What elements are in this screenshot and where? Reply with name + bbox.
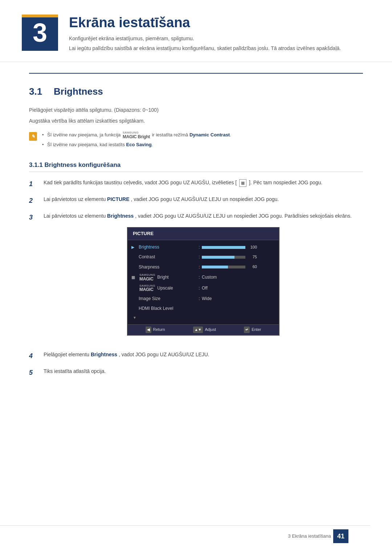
subsection-311-heading: 3.1.1 Brightness konfigurēšana — [29, 160, 363, 172]
chapter-title: Ekrāna iestatīšana — [69, 15, 370, 31]
note-icon: ✎ — [29, 132, 37, 141]
osd-row-sharpness: Sharpness : 60 — [128, 262, 279, 272]
osd-row-contrast: Contrast : 75 — [128, 252, 279, 262]
osd-fill-contrast — [202, 256, 234, 259]
note-item-1: Šī izvēlne nav pieejama, ja funkcija SAM… — [42, 131, 231, 139]
osd-row-magic-bright: ▦ SAMSUNG MAGIC Bright : — [128, 272, 279, 283]
osd-selector-magic-bright: ▦ — [131, 274, 135, 281]
section-31-title: Brightness — [54, 85, 103, 99]
section-heading-31: 3.1 Brightness — [29, 85, 363, 99]
section-31-desc1: Pielāgojiet vispārējo attēla spilgtumu. … — [29, 106, 363, 114]
step-4-number: 4 — [29, 351, 40, 361]
osd-return-label: Return — [153, 327, 165, 333]
osd-label-hdmi-black: HDMI Black Level — [139, 305, 197, 312]
step-4: 4 Pielāgojiet elementu Brightness , vado… — [29, 350, 363, 361]
osd-label-magic-bright: SAMSUNG MAGIC Bright — [139, 274, 197, 282]
eco-saving-link: Eco Saving — [126, 142, 152, 147]
osd-value-sharpness: 60 — [202, 264, 274, 270]
osd-bar-brightness: 100 — [202, 244, 257, 251]
osd-content: ▶ Brightness : 100 — [128, 240, 279, 324]
osd-num-brightness: 100 — [248, 244, 257, 251]
osd-footer-return: ◀ Return — [146, 327, 165, 333]
section-divider — [29, 73, 363, 74]
samsung-magic-bright-icon: SAMSUNG MAGIC Bright — [123, 131, 150, 139]
osd-row-hdmi-black: HDMI Black Level — [128, 304, 279, 313]
osd-value-contrast: 75 — [202, 254, 274, 260]
chapter-title-block: Ekrāna iestatīšana Konfigurējiet ekrāna … — [69, 15, 370, 54]
footer-page-number: 41 — [333, 529, 348, 543]
step-4-text: Pielāgojiet elementu Brightness , vadot … — [44, 350, 363, 358]
osd-label-contrast: Contrast — [139, 254, 197, 260]
step-3: 3 Lai pārvietotos uz elementu Brightness… — [29, 212, 363, 345]
osd-footer-adjust: ▲▼ Adjust — [193, 327, 216, 333]
osd-value-brightness: 100 — [202, 244, 274, 251]
osd-bar-sharpness: 60 — [202, 264, 257, 270]
osd-enter-label: Enter — [252, 327, 261, 333]
osd-label-image-size: Image Size — [139, 295, 197, 302]
dynamic-contrast-link: Dynamic Contrast — [189, 132, 230, 138]
osd-value-magic-bright: Custom — [202, 274, 274, 281]
footer-chapter-text: 3 Ekrāna iestatīšana — [288, 533, 331, 540]
osd-row-magic-upscale: SAMSUNG MAGIC Upscale : Off — [128, 283, 279, 294]
footer-right: 3 Ekrāna iestatīšana 41 — [288, 529, 348, 543]
step-2: 2 Lai pārvietotos uz elementu PICTURE , … — [29, 195, 363, 206]
osd-label-sharpness: Sharpness — [139, 264, 197, 271]
osd-label-brightness: Brightness — [139, 244, 197, 251]
osd-value-magic-upscale: Off — [202, 285, 274, 292]
osd-value-image-size: Wide — [202, 295, 274, 302]
osd-footer-enter: ↵ Enter — [244, 327, 261, 333]
samsung-magic-upscale-osd: SAMSUNG MAGIC — [139, 284, 155, 292]
main-content: 3.1 Brightness Pielāgojiet vispārējo att… — [0, 73, 392, 378]
osd-screen: PICTURE ▶ Brightness : — [127, 227, 279, 336]
step-3-number: 3 — [29, 212, 40, 223]
section-31-number: 3.1 — [29, 85, 47, 99]
osd-bar-sharpness-track — [202, 266, 245, 268]
chapter-number: 3 — [33, 13, 47, 52]
osd-num-contrast: 75 — [248, 254, 257, 260]
brightness-bold-3: Brightness — [107, 213, 134, 219]
note-block: ✎ Šī izvēlne nav pieejama, ja funkcija S… — [29, 131, 363, 150]
steps-list: 1 Kad tiek parādīts funkcijas taustiņu c… — [29, 178, 363, 378]
note-items: Šī izvēlne nav pieejama, ja funkcija SAM… — [42, 131, 231, 150]
section-31-desc2: Augstāka vērtība liks attēlam izskatītie… — [29, 117, 363, 125]
step-5: 5 Tiks iestatīta atlasītā opcija. — [29, 367, 363, 378]
osd-header: PICTURE — [128, 228, 279, 240]
step-3-text: Lai pārvietotos uz elementu Brightness ,… — [44, 212, 363, 345]
chapter-header: 3 Ekrāna iestatīšana Konfigurējiet ekrān… — [0, 0, 392, 62]
osd-return-btn: ◀ — [146, 327, 151, 333]
osd-row-arrow: ▼ — [128, 313, 279, 322]
osd-adjust-btn: ▲▼ — [193, 327, 203, 333]
osd-bar-brightness-track — [202, 246, 245, 249]
step-1-number: 1 — [29, 179, 40, 189]
osd-bar-contrast: 75 — [202, 254, 257, 260]
step-2-text: Lai pārvietotos uz elementu PICTURE , va… — [44, 195, 363, 203]
brightness-bold-4: Brightness — [91, 352, 117, 357]
chapter-number-block: 3 — [22, 15, 58, 51]
subsection-311-title: 3.1.1 Brightness konfigurēšana — [29, 161, 121, 168]
note-item-2: Šī izvēlne nav pieejama, kad iestatīts E… — [42, 141, 231, 148]
jog-icon: ▦ — [239, 179, 246, 187]
osd-row-brightness: ▶ Brightness : 100 — [128, 242, 279, 252]
chapter-desc-1: Konfigurējiet ekrāna iestatījumus, piemē… — [69, 35, 370, 42]
osd-container: PICTURE ▶ Brightness : — [44, 227, 363, 336]
osd-enter-btn: ↵ — [244, 327, 250, 333]
osd-bar-contrast-track — [202, 256, 245, 259]
step-1-text: Kad tiek parādīts funkcijas taustiņu ceļ… — [44, 178, 363, 187]
samsung-magic-bright-osd: SAMSUNG MAGIC — [139, 274, 155, 282]
picture-bold: PICTURE — [107, 196, 129, 202]
osd-selector-brightness: ▶ — [131, 244, 134, 251]
step-5-number: 5 — [29, 368, 40, 378]
osd-fill-sharpness — [202, 266, 228, 268]
page-container: 3 Ekrāna iestatīšana Konfigurējiet ekrān… — [0, 0, 392, 554]
page-footer: 3 Ekrāna iestatīšana 41 — [0, 525, 370, 547]
step-2-number: 2 — [29, 196, 40, 206]
chapter-desc-2: Lai iegūtu palīdzību saistībā ar ekrāna … — [69, 45, 370, 52]
osd-footer: ◀ Return ▲▼ Adjust ↵ Enter — [128, 324, 279, 335]
step-1: 1 Kad tiek parādīts funkcijas taustiņu c… — [29, 178, 363, 189]
osd-label-magic-upscale: SAMSUNG MAGIC Upscale — [139, 284, 197, 292]
osd-adjust-label: Adjust — [205, 327, 216, 333]
osd-row-image-size: Image Size : Wide — [128, 294, 279, 304]
step-5-text: Tiks iestatīta atlasītā opcija. — [44, 367, 363, 375]
osd-fill-brightness — [202, 246, 245, 249]
osd-num-sharpness: 60 — [248, 264, 257, 270]
